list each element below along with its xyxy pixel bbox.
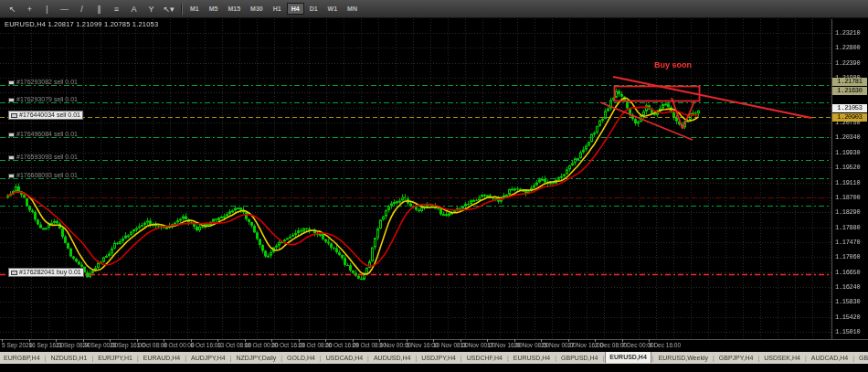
chart-tab[interactable]: EURUSD,H4: [510, 355, 554, 361]
order-chip-icon: [11, 271, 17, 275]
order-label-text: #176282041 buy 0.01: [19, 269, 81, 276]
chart-tab[interactable]: EURUSD,H4: [605, 352, 651, 363]
chart-tab[interactable]: GOLD,H4: [283, 355, 319, 361]
chart-tab[interactable]: USDJPY,H4: [418, 355, 460, 361]
chart-canvas[interactable]: [0, 0, 868, 372]
chart-tab[interactable]: USDSEK,H4: [760, 355, 804, 361]
vertical-line-tool[interactable]: |: [38, 2, 56, 16]
cursor-dropdown-tool[interactable]: ↖▾: [160, 2, 177, 16]
order-label[interactable]: #176608093 sell 0.01: [8, 172, 78, 179]
order-label[interactable]: #176593093 sell 0.01: [8, 154, 78, 161]
price-axis-label: 1.17470: [835, 239, 860, 246]
order-label[interactable]: #176293082 sell 0.01: [8, 79, 78, 86]
price-marker-box: 1.20903: [832, 113, 867, 122]
trendline-tool[interactable]: /: [73, 2, 90, 16]
chart-tab[interactable]: EURGBP,H4: [0, 355, 44, 361]
chart-tab[interactable]: EURAUD,H4: [140, 355, 184, 361]
order-chip-icon: [8, 80, 15, 85]
equidistant-channel-tool[interactable]: ∥: [90, 2, 108, 16]
toolbar-tools: ↖+|—/∥≡AY↖▾: [4, 2, 177, 16]
symbol-ohlc-line: EURUSD,H4 1.20817 1.21099 1.20785 1.2105…: [5, 20, 158, 28]
chart-tab[interactable]: USDCHF,H4: [463, 355, 506, 361]
timeframe-m5[interactable]: M5: [205, 3, 223, 15]
order-chip-icon: [8, 174, 15, 178]
tab-bar: EURGBP,H4|NZDUSD,H1|EURJPY,H1|EURAUD,H4|…: [0, 352, 868, 364]
buy-soon-annotation[interactable]: Buy soon: [654, 60, 692, 69]
price-axis-label: 1.19930: [835, 149, 860, 156]
tab-bar-items: EURGBP,H4|NZDUSD,H1|EURJPY,H1|EURAUD,H4|…: [0, 352, 868, 364]
price-axis-label: 1.22800: [835, 44, 860, 51]
order-label-text: #176496084 sell 0.01: [16, 131, 78, 138]
chart-tab[interactable]: AUDJPY,H4: [187, 355, 229, 361]
cursor-tool[interactable]: ↖: [4, 2, 21, 16]
timeframe-buttons: M1M5M15M30H1H4D1W1MN: [185, 3, 362, 15]
toolbar: ↖+|—/∥≡AY↖▾ M1M5M15M30H1H4D1W1MN: [0, 0, 868, 18]
order-label[interactable]: #176440034 sell 0.01: [8, 111, 83, 120]
text-tool[interactable]: A: [125, 2, 143, 16]
timeframe-mn[interactable]: MN: [343, 3, 362, 15]
timeframe-h4[interactable]: H4: [287, 3, 304, 15]
timeframe-m15[interactable]: M15: [223, 3, 245, 15]
price-marker-box: 1.21630: [832, 87, 867, 95]
mt4-window: { "toolbar": { "tools": [ {"name":"curso…: [0, 0, 868, 372]
chart-tab[interactable]: USDCAD,H4: [323, 355, 366, 361]
price-axis-label: 1.22390: [835, 59, 860, 67]
chart-tab[interactable]: GBPUSD,H4: [557, 355, 601, 361]
timeframe-w1[interactable]: W1: [323, 3, 343, 15]
arrows-tool[interactable]: Y: [143, 2, 160, 16]
order-label[interactable]: #176282041 buy 0.01: [8, 268, 84, 277]
timeframe-h1[interactable]: H1: [269, 3, 286, 15]
timeframe-m1[interactable]: M1: [185, 3, 204, 15]
toolbar-separator: [181, 4, 182, 15]
chart-tab[interactable]: AUDUSD,H4: [370, 355, 414, 361]
order-chip-icon: [8, 133, 15, 137]
price-axis-label: 1.19520: [835, 164, 860, 171]
order-chip-icon: [8, 98, 15, 102]
order-label-text: #176608093 sell 0.01: [16, 172, 78, 179]
order-label-text: #176293082 sell 0.01: [16, 79, 78, 86]
timeframe-m30[interactable]: M30: [246, 3, 268, 15]
price-axis-label: 1.18700: [835, 194, 860, 201]
chart-tab[interactable]: EURUSD,Weekly: [655, 355, 712, 361]
price-axis-label: 1.16240: [835, 283, 860, 291]
chart-tab[interactable]: AUDCAD,H4: [808, 355, 852, 361]
order-chip-icon: [11, 113, 17, 118]
price-axis-label: 1.15830: [835, 298, 860, 305]
chart-tab[interactable]: EURJPY,H1: [94, 355, 136, 361]
order-label-text: #176593093 sell 0.01: [16, 154, 78, 161]
order-chip-icon: [8, 155, 15, 160]
price-marker-box: 1.21053: [832, 104, 867, 112]
chart-tab[interactable]: NZDUSD,H1: [47, 355, 90, 361]
timeframe-d1[interactable]: D1: [305, 3, 323, 15]
crosshair-tool[interactable]: +: [21, 2, 38, 16]
chart-tab[interactable]: GBPCAD,H4: [855, 355, 868, 361]
chart-tab[interactable]: NZDJPY,Daily: [232, 355, 280, 361]
chart-tab[interactable]: GBPJPY,H4: [715, 355, 757, 361]
price-axis-label: 1.23210: [835, 29, 860, 37]
order-label[interactable]: #176496084 sell 0.01: [8, 131, 78, 138]
price-axis-label: 1.17060: [835, 253, 860, 260]
fibonacci-tool[interactable]: ≡: [108, 2, 125, 16]
price-axis-label: 1.20340: [835, 133, 860, 141]
price-axis-label: 1.19110: [835, 179, 860, 186]
order-label-text: #176440034 sell 0.01: [19, 112, 80, 119]
price-axis-label: 1.17880: [835, 224, 860, 231]
price-marker-box: 1.21781: [832, 78, 867, 86]
horizontal-line-tool[interactable]: —: [56, 2, 73, 16]
order-label[interactable]: #176293079 sell 0.01: [8, 96, 78, 103]
time-axis-label: 5 Sep 2020: [2, 342, 32, 348]
price-axis-label: 1.16650: [835, 269, 860, 276]
time-axis-label: 9 Dec 16:00: [649, 342, 681, 348]
price-axis-label: 1.15420: [835, 314, 860, 321]
price-axis-label: 1.18290: [835, 208, 860, 216]
price-axis-label: 1.15010: [835, 328, 860, 335]
order-label-text: #176293079 sell 0.01: [16, 96, 78, 103]
